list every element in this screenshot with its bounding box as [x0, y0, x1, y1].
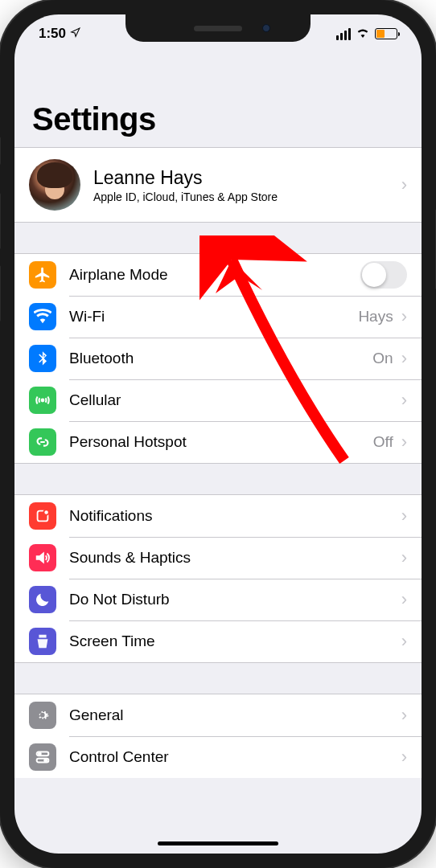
- wifi-row[interactable]: Wi-Fi Hays ›: [14, 296, 422, 338]
- apple-id-row[interactable]: Leanne Hays Apple ID, iCloud, iTunes & A…: [14, 148, 422, 222]
- silent-switch: [0, 137, 1, 165]
- section-spacer: [14, 663, 422, 694]
- section-spacer: [14, 464, 422, 494]
- do-not-disturb-row[interactable]: Do Not Disturb ›: [14, 579, 422, 620]
- wifi-status-icon: [356, 27, 370, 41]
- notch: [125, 14, 311, 42]
- control-center-row[interactable]: Control Center ›: [14, 736, 422, 778]
- bluetooth-row[interactable]: Bluetooth On ›: [14, 338, 422, 379]
- wifi-icon: [29, 303, 56, 330]
- profile-name: Leanne Hays: [93, 167, 401, 189]
- hotspot-icon: [29, 428, 56, 456]
- section-spacer: [14, 223, 422, 253]
- toggle-knob: [362, 263, 386, 287]
- chevron-right-icon: ›: [401, 432, 407, 452]
- airplane-icon: [29, 261, 56, 289]
- row-label: Do Not Disturb: [69, 591, 401, 608]
- svg-point-4: [39, 752, 41, 755]
- chevron-right-icon: ›: [401, 306, 407, 327]
- row-label: Screen Time: [69, 633, 401, 650]
- airplane-mode-toggle[interactable]: [360, 261, 407, 289]
- svg-point-0: [42, 399, 44, 402]
- general-icon: [29, 702, 56, 729]
- chevron-right-icon: ›: [401, 506, 407, 526]
- notifications-icon: [29, 502, 56, 530]
- row-label: Airplane Mode: [69, 266, 360, 284]
- general-row[interactable]: General ›: [14, 694, 422, 736]
- row-label: Wi-Fi: [69, 308, 358, 326]
- home-indicator[interactable]: [158, 841, 278, 845]
- profile-subtitle: Apple ID, iCloud, iTunes & App Store: [93, 190, 401, 203]
- notifications-row[interactable]: Notifications ›: [14, 495, 422, 537]
- chevron-right-icon: ›: [401, 747, 407, 768]
- dnd-icon: [29, 586, 56, 613]
- svg-point-6: [44, 760, 47, 762]
- chevron-right-icon: ›: [401, 348, 407, 369]
- row-label: Sounds & Haptics: [69, 549, 401, 567]
- profile-section: Leanne Hays Apple ID, iCloud, iTunes & A…: [14, 147, 422, 223]
- row-label: Bluetooth: [69, 350, 372, 367]
- bluetooth-icon: [29, 345, 56, 372]
- row-label: Cellular: [69, 391, 401, 409]
- cellular-signal-icon: [336, 28, 351, 40]
- battery-icon: [375, 28, 397, 39]
- notifications-section: Notifications › Sounds & Haptics › Do No…: [14, 494, 422, 663]
- sounds-icon: [29, 544, 56, 571]
- chevron-right-icon: ›: [401, 174, 407, 195]
- chevron-right-icon: ›: [401, 631, 407, 652]
- row-value: On: [372, 350, 393, 367]
- front-camera: [262, 24, 270, 32]
- row-label: Control Center: [69, 748, 401, 766]
- cellular-icon: [29, 387, 56, 414]
- chevron-right-icon: ›: [401, 390, 407, 411]
- status-time: 1:50: [39, 26, 66, 42]
- location-services-icon: [70, 27, 80, 40]
- row-label: General: [69, 706, 401, 724]
- phone-frame: 1:50 Settings Leanne Hays: [0, 0, 436, 868]
- row-label: Personal Hotspot: [69, 433, 373, 451]
- volume-up-button: [0, 193, 1, 249]
- row-value: Hays: [358, 308, 393, 326]
- chevron-right-icon: ›: [401, 589, 407, 610]
- speaker-grille: [194, 26, 242, 31]
- battery-level: [376, 30, 385, 38]
- personal-hotspot-row[interactable]: Personal Hotspot Off ›: [14, 421, 422, 463]
- connectivity-section: Airplane Mode Wi-Fi Hays › Bluetooth On …: [14, 253, 422, 464]
- header: Settings: [14, 53, 422, 147]
- sounds-row[interactable]: Sounds & Haptics ›: [14, 537, 422, 579]
- svg-point-2: [43, 510, 48, 514]
- page-title: Settings: [32, 101, 404, 137]
- row-label: Notifications: [69, 507, 401, 525]
- screen: 1:50 Settings Leanne Hays: [14, 14, 422, 854]
- airplane-mode-row[interactable]: Airplane Mode: [14, 254, 422, 296]
- screen-time-icon: [29, 628, 56, 655]
- chevron-right-icon: ›: [401, 547, 407, 568]
- cellular-row[interactable]: Cellular ›: [14, 379, 422, 421]
- chevron-right-icon: ›: [401, 705, 407, 726]
- volume-down-button: [0, 265, 1, 321]
- screen-time-row[interactable]: Screen Time ›: [14, 620, 422, 662]
- general-section: General › Control Center ›: [14, 694, 422, 778]
- row-value: Off: [373, 433, 393, 451]
- control-center-icon: [29, 743, 56, 771]
- avatar: [29, 159, 80, 211]
